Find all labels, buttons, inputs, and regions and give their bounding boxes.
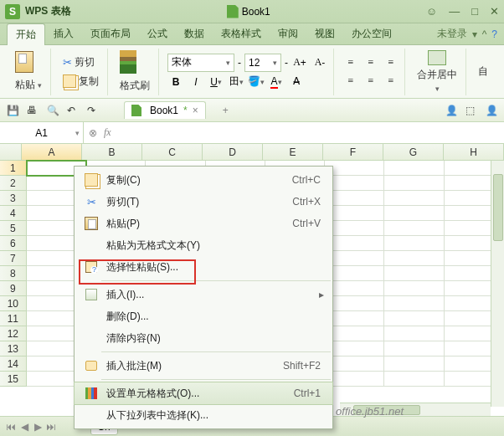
tab-home[interactable]: 开始 <box>7 23 45 45</box>
decrease-font-button[interactable]: A- <box>311 54 328 71</box>
redo-icon[interactable]: ↷ <box>87 105 99 116</box>
tab-view[interactable]: 视图 <box>306 23 343 44</box>
menu-item[interactable]: 粘贴为无格式文本(Y) <box>75 234 332 256</box>
row-header-8[interactable]: 8 <box>0 266 27 281</box>
align-center-button[interactable]: ≡ <box>363 73 379 90</box>
row-header-2[interactable]: 2 <box>0 176 27 191</box>
tab-pagelayout[interactable]: 页面布局 <box>82 23 139 44</box>
row-header-3[interactable]: 3 <box>0 191 27 206</box>
preview-icon[interactable]: 🔍 <box>47 105 59 116</box>
tab-office[interactable]: 办公空间 <box>343 23 400 44</box>
undo-icon[interactable]: ↶ <box>67 105 79 116</box>
minimize-button[interactable]: — <box>449 5 460 18</box>
row-header-12[interactable]: 12 <box>0 326 27 341</box>
paste-label[interactable]: 粘贴▾ <box>12 76 45 94</box>
fx-icon[interactable]: fx <box>104 126 111 139</box>
cell-G11[interactable] <box>384 311 444 326</box>
font-size-select[interactable]: 12▾ <box>244 54 281 72</box>
help-icon[interactable]: ? <box>491 28 497 40</box>
cell-G12[interactable] <box>384 326 444 341</box>
qat-icon-1[interactable]: 👤 <box>445 105 457 116</box>
row-header-4[interactable]: 4 <box>0 206 27 221</box>
sheet-next-button[interactable]: ▶ <box>32 421 44 433</box>
bold-button[interactable]: B <box>167 74 184 90</box>
fill-color-button[interactable]: 🪣▾ <box>248 74 265 90</box>
cut-button[interactable]: ✂剪切 <box>59 54 102 71</box>
menu-item[interactable]: 清除内容(N) <box>75 327 332 349</box>
cell-G9[interactable] <box>384 281 444 296</box>
cell-G10[interactable] <box>384 296 444 311</box>
row-header-11[interactable]: 11 <box>0 311 27 326</box>
cell-G5[interactable] <box>384 221 444 236</box>
name-box[interactable]: A1 <box>0 122 84 143</box>
cell-G13[interactable] <box>384 341 444 356</box>
cell-G3[interactable] <box>384 191 444 206</box>
font-name-select[interactable]: 宋体▾ <box>167 54 234 72</box>
format-painter-button[interactable] <box>116 49 153 75</box>
font-color-button[interactable]: A▾ <box>268 74 285 90</box>
row-header-10[interactable]: 10 <box>0 296 27 311</box>
qat-icon-2[interactable]: ⬚ <box>465 105 477 116</box>
cell-G8[interactable] <box>384 266 444 281</box>
cell-F10[interactable] <box>325 296 384 311</box>
underline-button[interactable]: U▾ <box>208 74 224 90</box>
col-header-D[interactable]: D <box>203 144 263 160</box>
sheet-prev-button[interactable]: ◀ <box>18 421 30 433</box>
tab-insert[interactable]: 插入 <box>45 23 82 44</box>
menu-item[interactable]: 选择性粘贴(S)... <box>75 256 332 278</box>
cell-G15[interactable] <box>384 372 444 387</box>
cell-F8[interactable] <box>325 266 384 281</box>
sheet-last-button[interactable]: ⏭ <box>45 421 57 433</box>
row-header-9[interactable]: 9 <box>0 281 27 296</box>
row-header-6[interactable]: 6 <box>0 236 27 251</box>
cell-F3[interactable] <box>325 191 384 206</box>
horizontal-scrollbar[interactable] <box>340 403 491 416</box>
align-top-button[interactable]: ≡ <box>342 54 359 71</box>
format-painter-label[interactable]: 格式刷 <box>116 77 153 95</box>
feedback-icon[interactable]: ☺ <box>426 5 437 18</box>
col-header-H[interactable]: H <box>444 144 504 160</box>
cell-F6[interactable] <box>325 236 384 251</box>
italic-button[interactable]: I <box>188 74 204 90</box>
row-header-7[interactable]: 7 <box>0 251 27 266</box>
merge-button[interactable]: 合并居中▾ <box>414 49 460 95</box>
maximize-button[interactable]: □ <box>471 5 478 18</box>
sheet-first-button[interactable]: ⏮ <box>5 421 17 433</box>
row-header-5[interactable]: 5 <box>0 221 27 236</box>
menu-item[interactable]: ✂剪切(T)Ctrl+X <box>75 191 332 213</box>
clear-format-button[interactable]: A̶ <box>288 74 305 90</box>
col-header-B[interactable]: B <box>82 144 142 160</box>
align-bot-button[interactable]: ≡ <box>383 54 399 71</box>
cell-F12[interactable] <box>325 326 384 341</box>
cell-F15[interactable] <box>325 372 384 387</box>
tab-review[interactable]: 审阅 <box>270 23 306 44</box>
col-header-G[interactable]: G <box>383 144 444 160</box>
border-button[interactable]: 田▾ <box>228 74 244 90</box>
select-all-corner[interactable] <box>0 144 22 160</box>
cell-F11[interactable] <box>325 311 384 326</box>
align-right-button[interactable]: ≡ <box>383 73 399 90</box>
align-left-button[interactable]: ≡ <box>342 73 359 90</box>
row-header-14[interactable]: 14 <box>0 356 27 372</box>
tab-formula[interactable]: 公式 <box>139 23 176 44</box>
cell-G6[interactable] <box>384 236 444 251</box>
col-header-C[interactable]: C <box>142 144 203 160</box>
vertical-scrollbar[interactable] <box>491 161 504 407</box>
ribbon-min-icon[interactable]: ^ <box>482 28 487 40</box>
menu-item[interactable]: 删除(D)... <box>75 305 332 327</box>
cell-F5[interactable] <box>325 221 384 236</box>
cell-G1[interactable] <box>384 161 444 176</box>
cell-G14[interactable] <box>384 356 444 372</box>
add-tab-button[interactable]: + <box>218 103 234 118</box>
row-header-15[interactable]: 15 <box>0 372 27 387</box>
cell-G7[interactable] <box>384 251 444 266</box>
menu-item[interactable]: 粘贴(P)Ctrl+V <box>75 213 332 234</box>
cell-F14[interactable] <box>325 356 384 372</box>
cell-F9[interactable] <box>325 281 384 296</box>
col-header-F[interactable]: F <box>323 144 383 160</box>
col-header-E[interactable]: E <box>263 144 323 160</box>
row-header-1[interactable]: 1 <box>0 161 27 176</box>
login-status[interactable]: 未登录 <box>437 27 467 41</box>
col-header-A[interactable]: A <box>22 144 82 160</box>
menu-item[interactable]: 插入批注(M)Shift+F2 <box>75 355 332 377</box>
